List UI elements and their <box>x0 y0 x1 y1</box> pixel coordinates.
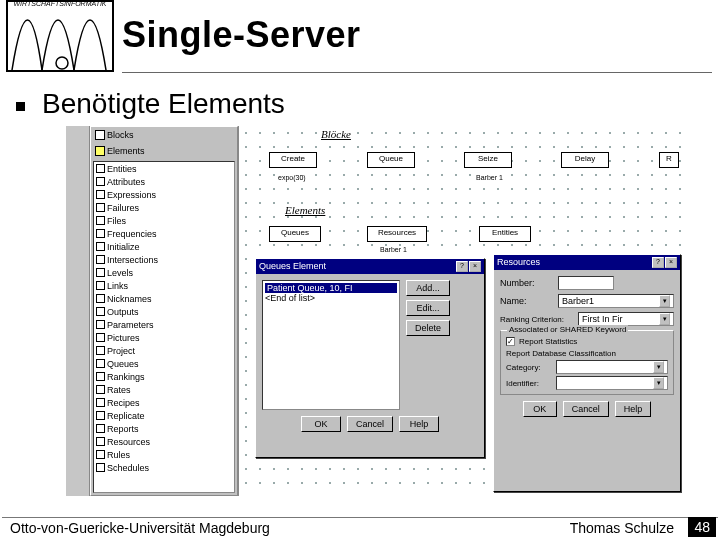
toolbar-button[interactable] <box>67 148 87 166</box>
panel-list[interactable]: Entities Attributes Expressions Failures… <box>93 161 235 493</box>
list-item[interactable]: <End of list> <box>265 293 397 303</box>
ok-button[interactable]: OK <box>301 416 341 432</box>
ranking-label: Ranking Criterion: <box>500 315 572 324</box>
delete-button[interactable]: Delete <box>406 320 450 336</box>
name-input[interactable]: Barber1 ▾ <box>558 294 674 308</box>
list-item: Schedules <box>94 461 234 474</box>
category-label: Category: <box>506 363 550 372</box>
block-create[interactable]: Create <box>269 152 317 168</box>
page-number: 48 <box>688 517 716 537</box>
dialog-titlebar[interactable]: Queues Element ? × <box>256 259 484 274</box>
add-button[interactable]: Add... <box>406 280 450 296</box>
queues-dialog: Queues Element ? × Patient Queue, 10, FI… <box>255 258 485 458</box>
slide-subtitle: Benötigte Elements <box>42 88 285 120</box>
category-input[interactable]: ▾ <box>556 360 668 374</box>
list-item: Project <box>94 344 234 357</box>
logo: WIRTSCHAFTSINFORMATIK <box>6 0 114 72</box>
block-seize[interactable]: Seize <box>464 152 512 168</box>
classification-label: Report Database Classification <box>506 349 668 358</box>
embedded-screenshot: Blocks Elements Entities Attributes Expr… <box>66 126 686 496</box>
toolbar-button[interactable] <box>67 167 87 185</box>
list-item: Intersections <box>94 253 234 266</box>
list-item: Levels <box>94 266 234 279</box>
resources-dialog: Resources ? × Number: Name: Barber1 ▾ <box>493 254 681 492</box>
help-icon[interactable]: ? <box>652 257 664 268</box>
list-item: Initialize <box>94 240 234 253</box>
list-item: Attributes <box>94 175 234 188</box>
toolbar-button[interactable] <box>67 186 87 204</box>
queues-listbox[interactable]: Patient Queue, 10, FI <End of list> <box>262 280 400 410</box>
list-item: Replicate <box>94 409 234 422</box>
element-resources[interactable]: Resources <box>367 226 427 242</box>
dialog-title: Resources <box>497 257 540 268</box>
block-sublabel: expo(30) <box>277 174 307 181</box>
element-queues[interactable]: Queues <box>269 226 321 242</box>
panel-header-elements[interactable]: Elements <box>91 143 237 159</box>
list-item: Expressions <box>94 188 234 201</box>
number-label: Number: <box>500 278 552 288</box>
section-label-blocks: Blöcke <box>319 128 353 140</box>
ranking-input[interactable]: First In Fir ▾ <box>578 312 674 326</box>
block-release[interactable]: R <box>659 152 679 168</box>
block-sublabel: Barber 1 <box>475 174 504 181</box>
list-item: Rates <box>94 383 234 396</box>
bullet-icon <box>16 102 25 111</box>
list-item: Resources <box>94 435 234 448</box>
fieldset-legend: Associated or SHARED Keyword <box>507 325 628 334</box>
list-item: Rules <box>94 448 234 461</box>
element-entities[interactable]: Entities <box>479 226 531 242</box>
list-item: Entities <box>94 162 234 175</box>
identifier-input[interactable]: ▾ <box>556 376 668 390</box>
help-button[interactable]: Help <box>615 401 652 417</box>
list-item: Rankings <box>94 370 234 383</box>
edit-button[interactable]: Edit... <box>406 300 450 316</box>
toolbar <box>66 126 90 496</box>
logo-text: WIRTSCHAFTSINFORMATIK <box>8 0 112 7</box>
dialog-titlebar[interactable]: Resources ? × <box>494 255 680 270</box>
associated-fieldset: Associated or SHARED Keyword ✓ Report St… <box>500 330 674 395</box>
svg-point-0 <box>56 57 68 69</box>
chevron-down-icon[interactable]: ▾ <box>653 361 664 373</box>
list-item: Nicknames <box>94 292 234 305</box>
footer: Otto-von-Guericke-Universität Magdeburg … <box>4 516 716 538</box>
name-label: Name: <box>500 296 552 306</box>
list-item: Reports <box>94 422 234 435</box>
list-item: Links <box>94 279 234 292</box>
title-underline <box>122 72 712 73</box>
close-icon[interactable]: × <box>665 257 677 268</box>
identifier-label: Identifier: <box>506 379 550 388</box>
help-icon[interactable]: ? <box>456 261 468 272</box>
section-label-elements: Elements <box>283 204 327 216</box>
chevron-down-icon[interactable]: ▾ <box>659 295 670 307</box>
list-item: Pictures <box>94 331 234 344</box>
project-panel: Blocks Elements Entities Attributes Expr… <box>90 126 238 496</box>
number-input[interactable] <box>558 276 614 290</box>
model-canvas[interactable]: Blöcke Create Queue Seize Delay R expo(3… <box>238 126 686 496</box>
footer-left: Otto-von-Guericke-Universität Magdeburg <box>10 520 270 536</box>
cancel-button[interactable]: Cancel <box>347 416 393 432</box>
list-item: Files <box>94 214 234 227</box>
close-icon[interactable]: × <box>469 261 481 272</box>
block-queue[interactable]: Queue <box>367 152 415 168</box>
element-sublabel: Barber 1 <box>379 246 408 253</box>
list-item: Failures <box>94 201 234 214</box>
help-button[interactable]: Help <box>399 416 439 432</box>
list-item: Frequencies <box>94 227 234 240</box>
list-item: Recipes <box>94 396 234 409</box>
cancel-button[interactable]: Cancel <box>563 401 609 417</box>
list-item: Parameters <box>94 318 234 331</box>
report-checkbox[interactable]: ✓ <box>506 337 515 346</box>
ok-button[interactable]: OK <box>523 401 557 417</box>
dialog-title: Queues Element <box>259 261 326 272</box>
toolbar-button[interactable] <box>67 129 87 147</box>
chevron-down-icon[interactable]: ▾ <box>659 313 670 325</box>
panel-header-blocks[interactable]: Blocks <box>91 127 237 143</box>
chevron-down-icon[interactable]: ▾ <box>653 377 664 389</box>
footer-right: Thomas Schulze <box>570 520 674 536</box>
list-item[interactable]: Patient Queue, 10, FI <box>265 283 397 293</box>
list-item: Queues <box>94 357 234 370</box>
slide-title: Single-Server <box>122 14 361 56</box>
block-delay[interactable]: Delay <box>561 152 609 168</box>
report-label: Report Statistics <box>519 337 577 346</box>
list-item: Outputs <box>94 305 234 318</box>
